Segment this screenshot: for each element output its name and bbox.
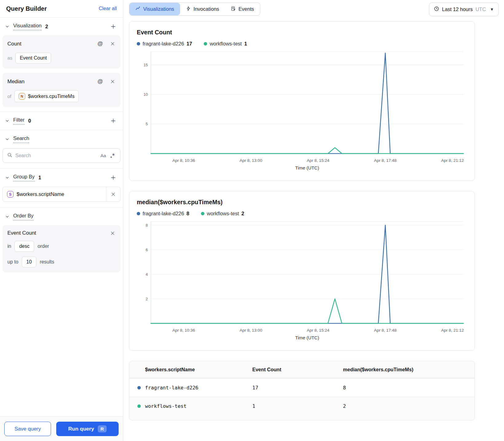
query-builder-sidebar: Query Builder Clear all Visualization 2 …	[0, 0, 123, 441]
save-query-button[interactable]: Save query	[4, 422, 51, 436]
chevron-down-icon[interactable]	[4, 136, 10, 142]
series-dot-icon	[137, 212, 140, 215]
filter-count: 0	[28, 118, 31, 124]
orderby-section-header: Order By	[0, 208, 123, 224]
visualization-card-median: Median @ of N $workers.cpuTimeMs	[2, 73, 120, 107]
legend-item[interactable]: fragrant-lake-d226 8	[137, 211, 189, 217]
series-dot-icon	[137, 404, 141, 408]
table-header-row: $workers.scriptName Event Count median($…	[129, 361, 474, 378]
column-header-event-count: Event Count	[252, 367, 343, 373]
at-icon[interactable]: @	[97, 78, 104, 85]
svg-text:Apr 8, 17:48: Apr 8, 17:48	[374, 328, 397, 333]
chart-title: Event Count	[137, 29, 467, 36]
svg-text:Apr 8, 17:48: Apr 8, 17:48	[374, 158, 397, 163]
page-title: Query Builder	[6, 5, 47, 12]
close-icon[interactable]	[110, 41, 116, 47]
svg-text:4: 4	[146, 272, 148, 277]
close-icon[interactable]	[110, 79, 116, 84]
add-filter-button[interactable]	[110, 117, 117, 124]
column-header-scriptname: $workers.scriptName	[145, 367, 252, 373]
tab-visualizations[interactable]: Visualizations	[129, 3, 180, 15]
svg-text:15: 15	[144, 63, 148, 67]
in-label: in	[7, 244, 11, 249]
chart-title: median($workers.cpuTimeMs)	[137, 199, 467, 206]
clear-all-button[interactable]: Clear all	[99, 6, 117, 11]
sidebar-footer: Save query Run query R	[0, 416, 123, 441]
cell-median: 8	[343, 385, 474, 391]
add-visualization-button[interactable]	[110, 23, 117, 30]
clock-icon	[434, 6, 439, 13]
tab-events[interactable]: Events	[225, 3, 260, 15]
svg-text:Apr 8, 15:24: Apr 8, 15:24	[307, 158, 329, 163]
svg-text:Apr 8, 13:00: Apr 8, 13:00	[240, 328, 262, 333]
search-box: Aa	[2, 148, 120, 163]
chart-line-icon	[135, 6, 140, 12]
table-row[interactable]: fragrant-lake-d226 17 8	[129, 378, 474, 397]
order-label: order	[37, 244, 49, 249]
series-dot-icon	[201, 212, 204, 215]
svg-text:Apr 8, 10:36: Apr 8, 10:36	[172, 328, 195, 333]
series-dot-icon	[137, 386, 141, 389]
chevron-down-icon[interactable]	[4, 118, 10, 124]
legend-item[interactable]: workflows-test 1	[204, 41, 247, 47]
result-limit-input[interactable]: 10	[22, 256, 37, 267]
table-footer	[129, 415, 474, 420]
visualization-card-title: Median	[7, 79, 25, 85]
legend-item[interactable]: fragrant-lake-d226 17	[137, 41, 192, 47]
numeric-field-icon: N	[19, 93, 25, 100]
sort-direction-selector[interactable]: desc	[14, 241, 34, 252]
svg-text:10: 10	[144, 92, 148, 97]
events-icon	[231, 6, 236, 12]
tab-invocations[interactable]: Invocations	[180, 3, 225, 15]
median-field-selector[interactable]: N $workers.cpuTimeMs	[14, 90, 79, 102]
column-header-median: median($workers.cpuTimeMs)	[343, 367, 474, 373]
groupby-field-value: $workers.scriptName	[17, 191, 64, 197]
svg-text:Time (UTC): Time (UTC)	[295, 335, 319, 340]
groupby-section-header: Group By 1	[0, 169, 123, 185]
cell-median: 2	[343, 403, 474, 409]
caret-down-icon: ▼	[490, 7, 494, 12]
search-icon	[7, 152, 12, 159]
chevron-down-icon[interactable]	[4, 24, 10, 29]
visualization-alias-field[interactable]: Event Count	[15, 53, 51, 64]
event-count-line-chart[interactable]: 51015Apr 8, 10:36Apr 8, 13:00Apr 8, 15:2…	[137, 50, 468, 172]
of-label: of	[7, 94, 11, 99]
median-cputime-chart-card: median($workers.cpuTimeMs) fragrant-lake…	[129, 191, 475, 351]
groupby-count: 1	[38, 175, 41, 181]
search-section-header: Search	[0, 130, 123, 147]
search-input[interactable]	[15, 153, 97, 158]
table-row[interactable]: workflows-test 1 2	[129, 397, 474, 415]
series-dot-icon	[204, 42, 207, 45]
svg-text:Apr 8, 21:12: Apr 8, 21:12	[441, 158, 464, 163]
chevron-down-icon[interactable]	[4, 175, 10, 181]
visualization-card-title: Count	[7, 41, 21, 47]
groupby-item[interactable]: S $workers.scriptName	[2, 187, 120, 202]
orderby-field: Event Count	[7, 230, 36, 236]
chevron-down-icon[interactable]	[4, 214, 10, 220]
close-icon[interactable]	[110, 230, 116, 236]
groupby-section-label: Group By	[13, 174, 35, 181]
run-query-button[interactable]: Run query R	[56, 422, 119, 436]
legend-item[interactable]: workflows-test 2	[201, 211, 244, 217]
view-tabs: Visualizations Invocations Events	[129, 2, 260, 16]
sidebar-body: Visualization 2 Count @ as Event Count M…	[0, 18, 123, 416]
chart-legend: fragrant-lake-d226 8 workflows-test 2	[137, 211, 467, 217]
median-cputime-line-chart[interactable]: 2468Apr 8, 10:36Apr 8, 13:00Apr 8, 15:24…	[137, 220, 468, 342]
time-range-selector[interactable]: Last 12 hours UTC ▼	[429, 2, 499, 16]
add-groupby-button[interactable]	[110, 174, 117, 181]
cell-event-count: 1	[252, 403, 343, 409]
case-sensitive-icon[interactable]: Aa	[100, 153, 106, 158]
filter-section-label: Filter	[13, 117, 25, 125]
lightning-icon	[186, 6, 191, 12]
sidebar-header: Query Builder Clear all	[0, 0, 123, 18]
cell-event-count: 17	[252, 385, 343, 391]
orderby-card: Event Count in desc order up to 10 resul…	[2, 225, 120, 272]
svg-text:2: 2	[146, 297, 148, 301]
svg-text:Apr 8, 15:24: Apr 8, 15:24	[307, 328, 329, 333]
at-icon[interactable]: @	[97, 40, 104, 48]
upto-label: up to	[7, 259, 18, 265]
svg-text:6: 6	[146, 248, 148, 252]
visualization-count: 2	[45, 24, 48, 29]
regex-icon[interactable]	[109, 152, 116, 159]
close-icon[interactable]	[106, 187, 120, 201]
